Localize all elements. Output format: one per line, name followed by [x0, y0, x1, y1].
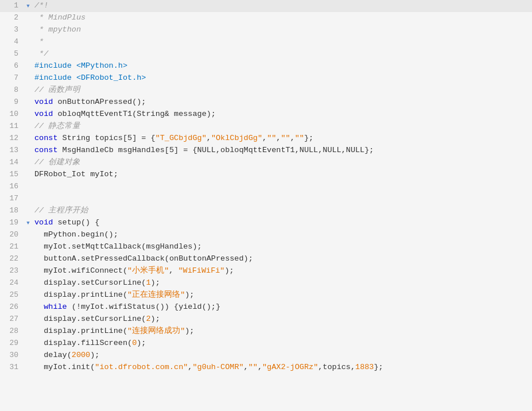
line-number: 21: [0, 241, 24, 253]
code-line: 29 display.fillScreen(0);: [0, 338, 532, 350]
line-number: 27: [0, 313, 24, 325]
code-line: 17: [0, 193, 532, 205]
code-line: 10void obloqMqttEventT1(String& message)…: [0, 108, 532, 121]
code-line: 22 buttonA.setPressedCallback(onButtonAP…: [0, 253, 532, 265]
line-number: 3: [0, 24, 24, 36]
code-line: 16: [0, 181, 532, 193]
line-number: 15: [0, 169, 24, 180]
line-content: myIot.init("iot.dfrobot.com.cn","g0uh-CO…: [32, 362, 532, 374]
code-line: 26 while (!myIot.wifiStatus()) {yield();…: [0, 301, 532, 313]
code-line: 23 myIot.wifiConnect("小米手机", "WiFiWiFi")…: [0, 265, 532, 277]
line-number: 28: [0, 325, 24, 337]
code-line: 2 * MindPlus: [0, 12, 532, 24]
line-content: *: [32, 36, 532, 48]
code-line: 13const MsgHandleCb msgHandles[5] = {NUL…: [0, 145, 532, 157]
line-content: #include <MPython.h>: [32, 60, 532, 72]
code-line: 4 *: [0, 36, 532, 48]
code-line: 18// 主程序开始: [0, 205, 532, 217]
line-content: const String topics[5] = {"T_GCbjdGg","O…: [32, 133, 532, 145]
line-number: 4: [0, 36, 24, 48]
line-number: 10: [0, 108, 24, 120]
code-line: 5 */: [0, 48, 532, 60]
line-number: 17: [0, 193, 24, 204]
code-line: 30 delay(2000);: [0, 350, 532, 362]
code-line: 7#include <DFRobot_Iot.h>: [0, 72, 532, 84]
line-content: display.setCursorLine(1);: [32, 277, 532, 289]
line-number: 6: [0, 60, 24, 72]
line-number: 5: [0, 48, 24, 60]
line-content: display.setCursorLine(2);: [32, 313, 532, 325]
line-number: 20: [0, 229, 24, 241]
line-number: 29: [0, 338, 24, 349]
line-number: 26: [0, 301, 24, 313]
line-content: display.printLine("正在连接网络");: [32, 289, 532, 301]
code-line: 19▼void setup() {: [0, 217, 532, 229]
line-number: 31: [0, 362, 24, 373]
code-line: 31 myIot.init("iot.dfrobot.com.cn","g0uh…: [0, 362, 532, 374]
line-content: void setup() {: [32, 217, 532, 229]
code-line: 6#include <MPython.h>: [0, 60, 532, 72]
line-content: myIot.setMqttCallback(msgHandles);: [32, 241, 532, 253]
line-content: * MindPlus: [32, 12, 532, 24]
line-content: */: [32, 48, 532, 60]
line-number: 13: [0, 145, 24, 156]
line-gutter: ▼: [24, 3, 32, 11]
line-content: display.printLine("连接网络成功");: [32, 325, 532, 338]
code-lines: 1▼/*!2 * MindPlus3 * mpython4 *5 */6#inc…: [0, 0, 532, 374]
line-gutter: ▼: [24, 220, 32, 228]
code-line: 1▼/*!: [0, 0, 532, 12]
code-line: 12const String topics[5] = {"T_GCbjdGg",…: [0, 133, 532, 145]
line-content: buttonA.setPressedCallback(onButtonAPres…: [32, 253, 532, 265]
code-line: 15DFRobot_Iot myIot;: [0, 169, 532, 181]
line-number: 22: [0, 253, 24, 265]
line-number: 8: [0, 84, 24, 96]
line-number: 24: [0, 277, 24, 289]
code-line: 24 display.setCursorLine(1);: [0, 277, 532, 289]
line-number: 2: [0, 12, 24, 24]
line-content: display.fillScreen(0);: [32, 338, 532, 350]
line-number: 11: [0, 121, 24, 132]
line-content: myIot.wifiConnect("小米手机", "WiFiWiFi");: [32, 265, 532, 277]
line-number: 23: [0, 265, 24, 277]
line-content: while (!myIot.wifiStatus()) {yield();}: [32, 301, 532, 313]
code-editor: 1▼/*!2 * MindPlus3 * mpython4 *5 */6#inc…: [0, 0, 532, 411]
code-line: 8// 函数声明: [0, 84, 532, 96]
line-content: mPython.begin();: [32, 229, 532, 241]
line-content: void onButtonAPressed();: [32, 96, 532, 108]
line-number: 12: [0, 133, 24, 144]
code-line: 14// 创建对象: [0, 157, 532, 169]
code-line: 20 mPython.begin();: [0, 229, 532, 241]
code-line: 28 display.printLine("连接网络成功");: [0, 325, 532, 338]
line-number: 19: [0, 217, 24, 228]
line-content: // 主程序开始: [32, 205, 532, 217]
line-number: 25: [0, 289, 24, 301]
line-number: 16: [0, 181, 24, 192]
code-line: 25 display.printLine("正在连接网络");: [0, 289, 532, 301]
code-line: 21 myIot.setMqttCallback(msgHandles);: [0, 241, 532, 253]
line-content: #include <DFRobot_Iot.h>: [32, 72, 532, 84]
line-content: // 静态常量: [32, 121, 532, 133]
line-content: DFRobot_Iot myIot;: [32, 169, 532, 181]
code-line: 3 * mpython: [0, 24, 532, 36]
line-number: 7: [0, 72, 24, 84]
code-line: 27 display.setCursorLine(2);: [0, 313, 532, 325]
line-number: 1: [0, 0, 24, 11]
line-content: const MsgHandleCb msgHandles[5] = {NULL,…: [32, 145, 532, 157]
line-number: 14: [0, 157, 24, 168]
line-content: * mpython: [32, 24, 532, 36]
line-content: // 创建对象: [32, 157, 532, 169]
line-number: 18: [0, 205, 24, 216]
line-content: void obloqMqttEventT1(String& message);: [32, 108, 532, 121]
line-content: /*!: [32, 0, 532, 12]
line-content: delay(2000);: [32, 350, 532, 362]
line-content: // 函数声明: [32, 84, 532, 96]
code-line: 9void onButtonAPressed();: [0, 96, 532, 108]
line-number: 9: [0, 96, 24, 108]
line-number: 30: [0, 350, 24, 361]
code-line: 11// 静态常量: [0, 121, 532, 133]
